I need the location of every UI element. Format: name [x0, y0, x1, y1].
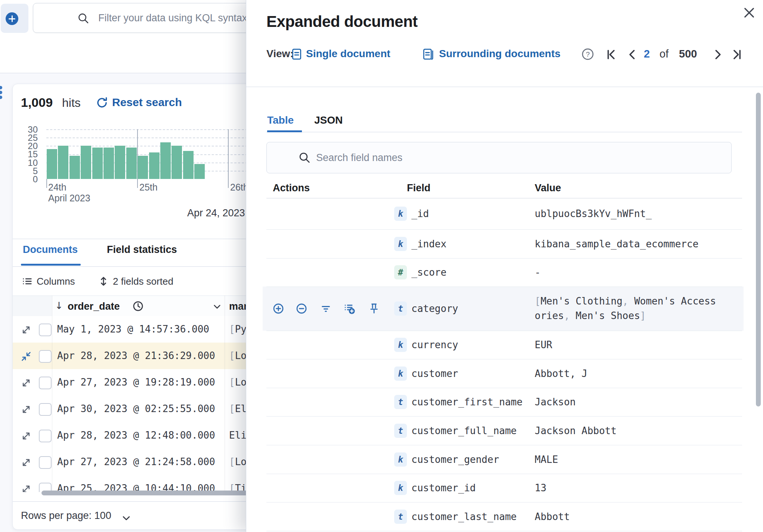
- collapse-row-icon[interactable]: [21, 351, 31, 362]
- header-actions: Actions: [273, 182, 310, 194]
- doc-field-row[interactable]: t customer_first_name Jackson: [266, 388, 742, 417]
- first-page-icon[interactable]: [604, 47, 618, 62]
- chart-range-date: Apr 24, 2023: [187, 207, 245, 219]
- collapsed-panel-icon[interactable]: [0, 84, 2, 100]
- y-tick: 0: [17, 174, 38, 185]
- histogram-bar: [194, 164, 205, 179]
- prev-page-icon[interactable]: [625, 47, 639, 62]
- x-gridline: [228, 129, 229, 188]
- filter-for-field-present-icon[interactable]: [320, 303, 331, 314]
- histogram-bar: [81, 146, 91, 179]
- expand-row-icon[interactable]: [21, 378, 31, 388]
- single-document-link[interactable]: Single document: [306, 48, 390, 60]
- tab-table[interactable]: Table: [267, 114, 294, 126]
- keyword-type-badge: k: [394, 207, 407, 221]
- plus-icon: [6, 12, 18, 25]
- add-filter-button[interactable]: [1, 4, 28, 33]
- tab-json[interactable]: JSON: [314, 114, 343, 126]
- manufacturer-cell: [Py: [229, 324, 247, 335]
- tab-documents[interactable]: Documents: [23, 244, 78, 256]
- expand-row-icon[interactable]: [21, 457, 31, 468]
- keyword-type-badge: k: [394, 338, 407, 352]
- doc-field-row-hovered[interactable]: t category [Men's Clothing, Women's Acce…: [266, 287, 742, 331]
- doc-field-row[interactable]: # _score -: [266, 258, 742, 287]
- text-type-badge: t: [394, 424, 407, 438]
- horizontal-scrollbar-thumb[interactable]: [41, 491, 251, 495]
- filter-for-value-icon[interactable]: [272, 303, 284, 315]
- doc-field-row[interactable]: t customer_last_name Abbott: [266, 502, 742, 531]
- field-name: _score: [411, 267, 447, 278]
- field-value: Abbott: [535, 511, 570, 522]
- order-date-cell: Apr 28, 2023 @ 21:36:29.000: [57, 350, 215, 361]
- last-page-icon[interactable]: [730, 47, 744, 62]
- pin-field-icon[interactable]: [368, 303, 380, 315]
- keyword-type-badge: k: [394, 481, 407, 495]
- header-value: Value: [535, 182, 561, 194]
- search-icon: [298, 151, 311, 164]
- expand-row-icon[interactable]: [21, 325, 31, 335]
- expand-row-icon[interactable]: [21, 404, 31, 415]
- x-tick-label: 25th: [139, 182, 158, 193]
- kibana-discover-screen: 1,009 hits Reset search 30 25 20 15 10 5…: [0, 0, 763, 532]
- field-name: customer_full_name: [411, 425, 517, 436]
- next-page-icon[interactable]: [711, 47, 725, 62]
- expand-row-icon[interactable]: [21, 431, 31, 441]
- surrounding-documents-link[interactable]: Surrounding documents: [439, 48, 560, 60]
- keyword-type-badge: k: [394, 366, 407, 381]
- sort-arrows-icon: [98, 276, 109, 287]
- row-checkbox[interactable]: [39, 403, 52, 416]
- column-menu-chevron-down-icon[interactable]: [212, 302, 222, 312]
- field-search-input[interactable]: [315, 142, 720, 173]
- columns-button[interactable]: Columns: [22, 276, 75, 287]
- doc-field-row[interactable]: k customer_gender MALE: [266, 445, 742, 474]
- row-checkbox[interactable]: [39, 377, 52, 389]
- filter-out-value-icon[interactable]: [296, 303, 308, 315]
- question-circle-icon[interactable]: ?: [581, 47, 594, 61]
- pagination-of-label: of: [659, 48, 668, 60]
- row-checkbox[interactable]: [39, 324, 52, 336]
- row-checkbox[interactable]: [39, 430, 52, 442]
- doc-field-row[interactable]: k currency EUR: [266, 331, 742, 359]
- tab-field-statistics[interactable]: Field statistics: [107, 244, 177, 256]
- field-name: customer_first_name: [411, 396, 522, 408]
- document-icon: [290, 48, 303, 61]
- expand-row-icon[interactable]: [21, 484, 31, 492]
- histogram-bar: [58, 146, 68, 179]
- column-divider: [52, 296, 52, 492]
- field-name: _id: [411, 208, 429, 219]
- doc-field-row[interactable]: k customer Abbott, J: [266, 359, 742, 388]
- row-checkbox[interactable]: [39, 456, 52, 469]
- number-type-badge: #: [394, 265, 407, 279]
- x-tick-label: 24th: [48, 182, 67, 193]
- row-checkbox[interactable]: [39, 350, 52, 363]
- pagination-current: 2: [644, 48, 650, 60]
- field-value: Jackson Abbott: [535, 425, 617, 436]
- sorted-fields-button[interactable]: 2 fields sorted: [98, 276, 173, 287]
- tabs-border: [266, 132, 742, 132]
- doc-field-row[interactable]: t customer_full_name Jackson Abbott: [266, 416, 742, 445]
- rows-per-page-button[interactable]: Rows per page: 100: [21, 510, 111, 522]
- histogram-bar: [92, 148, 103, 179]
- doc-field-row[interactable]: k _index kibana_sample_data_ecommerce: [266, 229, 742, 259]
- divider: [246, 87, 763, 87]
- search-icon: [77, 12, 89, 24]
- field-name: customer_id: [411, 482, 476, 494]
- order-date-cell: May 1, 2023 @ 14:57:36.000: [57, 324, 209, 335]
- doc-field-row[interactable]: k _id ublpuocBs3kYv_hWFnt_: [266, 198, 742, 230]
- doc-field-row[interactable]: k customer_id 13: [266, 474, 742, 502]
- field-name: category: [411, 303, 458, 314]
- toggle-column-in-table-icon[interactable]: [343, 303, 355, 315]
- keyword-type-badge: k: [394, 237, 407, 251]
- vertical-scrollbar-thumb[interactable]: [756, 93, 761, 406]
- sort-direction-icon: ↓: [55, 300, 63, 311]
- text-type-badge: t: [394, 510, 407, 524]
- close-icon[interactable]: [742, 5, 757, 20]
- expanded-document-flyout: Expanded document View: Single document …: [246, 0, 763, 532]
- columns-label: Columns: [37, 276, 75, 287]
- column-header-order-date[interactable]: order_date: [68, 301, 120, 312]
- manufacturer-cell: [Lo: [229, 377, 247, 388]
- histogram-bar: [47, 149, 57, 179]
- order-date-cell: Apr 27, 2023 @ 21:24:58.000: [57, 456, 215, 467]
- header-field: Field: [407, 182, 430, 194]
- field-name: _index: [411, 238, 447, 250]
